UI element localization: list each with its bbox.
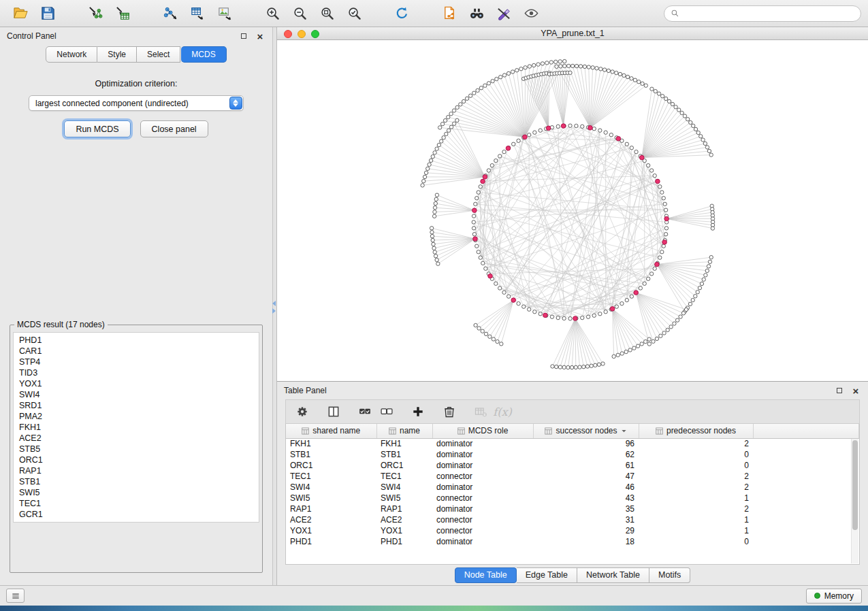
table-row[interactable]: PHD1PHD1dominator180 (286, 536, 859, 547)
optimization-criterion-select[interactable]: largest connected component (undirected) (29, 95, 244, 111)
memory-button[interactable]: Memory (806, 589, 862, 604)
minimize-window-button[interactable] (298, 30, 306, 38)
import-network-button[interactable] (82, 3, 109, 24)
tab-network-table[interactable]: Network Table (577, 567, 649, 583)
mcds-result-node[interactable]: STB5 (14, 444, 259, 455)
mcds-result-node[interactable]: PHD1 (14, 335, 259, 346)
mcds-result-node[interactable]: ACE2 (14, 433, 259, 444)
mcds-button-row: Run MCDS Close panel (0, 120, 272, 137)
export-image-button[interactable] (211, 3, 238, 24)
cell-mcds-role: dominator (432, 438, 533, 449)
mcds-result-node[interactable]: STP4 (14, 357, 259, 367)
import-table-button[interactable] (109, 3, 136, 24)
mcds-result-node[interactable]: RAP1 (14, 465, 259, 476)
first-neighbors-button[interactable] (463, 3, 490, 24)
table-row[interactable]: SWI4SWI4dominator462 (286, 482, 859, 493)
save-session-button[interactable] (34, 3, 61, 24)
maximize-window-button[interactable] (311, 30, 319, 38)
share-network-button[interactable] (436, 3, 463, 24)
table-row[interactable]: RAP1RAP1dominator352 (286, 503, 859, 514)
table-row[interactable]: TEC1TEC1connector472 (286, 471, 859, 482)
table-row[interactable]: ORC1ORC1dominator610 (286, 460, 859, 471)
zoom-in-button[interactable] (259, 3, 286, 24)
tab-node-table[interactable]: Node Table (455, 567, 517, 583)
mcds-result-node[interactable]: TID3 (14, 367, 259, 378)
add-row-icon (411, 405, 425, 418)
column-header-predecessor-nodes[interactable]: predecessor nodes (639, 424, 753, 438)
mcds-result-node[interactable]: ORC1 (14, 455, 259, 465)
tab-mcds[interactable]: MCDS (181, 46, 226, 63)
network-canvas[interactable] (277, 40, 868, 381)
column-header-name[interactable]: name (376, 424, 432, 438)
memory-status-icon (814, 593, 820, 599)
mcds-result-node[interactable]: SWI4 (14, 389, 259, 400)
status-menu-button[interactable] (6, 589, 25, 603)
table-row[interactable]: ACE2ACE2connector311 (286, 514, 859, 525)
tab-edge-table[interactable]: Edge Table (517, 567, 577, 583)
search-box[interactable] (664, 5, 861, 22)
mcds-result-node[interactable]: FKH1 (14, 422, 259, 433)
apply-layout-button[interactable] (388, 3, 415, 24)
mcds-result-node[interactable]: SWI5 (14, 487, 259, 498)
mcds-result-node[interactable]: YOX1 (14, 378, 259, 389)
table-row[interactable]: YOX1YOX1connector291 (286, 525, 859, 536)
column-header-mcds-role[interactable]: MCDS role (432, 424, 533, 438)
deselect-all-button[interactable] (376, 402, 398, 421)
cell-name: RAP1 (376, 503, 432, 514)
zoom-selected-button[interactable] (340, 3, 368, 24)
table-scrollbar[interactable] (851, 439, 858, 563)
close-panel-button[interactable]: Close panel (140, 120, 208, 137)
mcds-result-node[interactable]: PMA2 (14, 411, 259, 422)
scrollbar-thumb[interactable] (852, 440, 858, 530)
column-header-successor-nodes[interactable]: successor nodes (533, 424, 639, 438)
column-header-shared-name[interactable]: shared name (286, 424, 376, 438)
cell-filler (753, 471, 859, 482)
select-all-button[interactable] (354, 402, 376, 421)
vertical-splitter[interactable] (272, 27, 277, 585)
run-mcds-button[interactable]: Run MCDS (64, 120, 130, 137)
splitter-collapse-handle[interactable] (272, 301, 276, 314)
zoom-out-icon (292, 5, 308, 21)
collapse-left-icon (272, 301, 276, 306)
table-row[interactable]: SWI5SWI5connector431 (286, 493, 859, 503)
mcds-result-list: PHD1CAR1STP4TID3YOX1SWI4SRD1PMA2FKH1ACE2… (13, 332, 259, 523)
close-panel-icon-button[interactable]: × (255, 31, 266, 42)
float-table-panel-button[interactable] (834, 385, 845, 396)
mcds-result-node[interactable]: TEC1 (14, 498, 259, 509)
mcds-result-node[interactable]: SRD1 (14, 400, 259, 411)
cell-mcds-role: dominator (432, 536, 533, 547)
search-input[interactable] (684, 9, 854, 18)
split-columns-button[interactable] (323, 402, 344, 421)
float-icon (837, 388, 842, 393)
tab-network[interactable]: Network (46, 46, 97, 63)
close-window-button[interactable] (284, 30, 292, 38)
cell-filler (753, 438, 859, 449)
table-row[interactable]: FKH1FKH1dominator962 (286, 438, 859, 449)
add-row-button[interactable] (407, 402, 429, 421)
cell-successor-nodes: 61 (533, 460, 639, 471)
table-row[interactable]: STB1STB1dominator620 (286, 449, 859, 460)
tab-style[interactable]: Style (97, 46, 137, 63)
float-panel-button[interactable] (238, 31, 249, 42)
table-settings-button[interactable] (291, 402, 313, 421)
mcds-result-node[interactable]: GCR1 (14, 509, 259, 520)
mcds-result-node[interactable]: CAR1 (14, 346, 259, 357)
tab-motifs[interactable]: Motifs (649, 567, 690, 583)
zoom-fit-button[interactable] (313, 3, 340, 24)
column-label: name (400, 426, 420, 435)
control-panel-tabs: NetworkStyleSelectMCDS (0, 46, 272, 63)
table-header-row: shared namenameMCDS rolesuccessor nodesp… (286, 424, 859, 438)
delete-rows-button[interactable] (438, 402, 460, 421)
toggle-graphics-button[interactable] (490, 3, 517, 24)
show-graphics-details-button[interactable] (517, 3, 545, 24)
open-session-icon (13, 5, 29, 21)
table-toolbar-group (291, 402, 313, 421)
zoom-out-button[interactable] (286, 3, 313, 24)
tab-select[interactable]: Select (137, 46, 180, 63)
export-table-button[interactable] (184, 3, 211, 24)
cell-mcds-role: connector (432, 514, 533, 525)
mcds-result-node[interactable]: STB1 (14, 476, 259, 487)
open-session-button[interactable] (7, 3, 34, 24)
export-network-button[interactable] (157, 3, 184, 24)
close-table-panel-button[interactable]: × (850, 385, 861, 396)
